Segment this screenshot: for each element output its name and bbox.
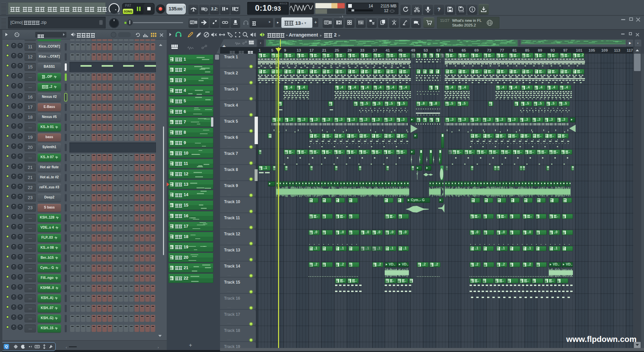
svg-text:3.2:: 3.2: <box>211 7 218 11</box>
svg-text:?: ? <box>437 6 440 12</box>
